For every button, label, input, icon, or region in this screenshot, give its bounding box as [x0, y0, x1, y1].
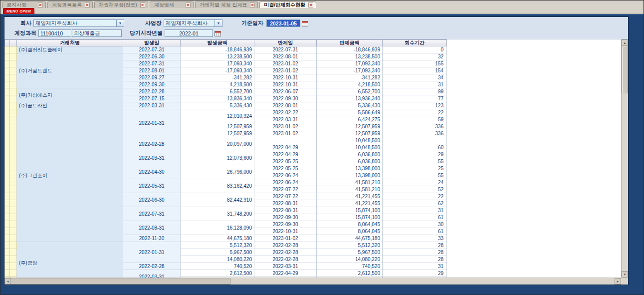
row-selector[interactable] — [10, 95, 17, 102]
cell-occur-amount[interactable]: 26,796,000 — [181, 165, 254, 179]
cell-settle-date[interactable]: 2022-03-31 — [254, 116, 317, 123]
cell-occur-date[interactable]: 2022-03-31 — [123, 151, 181, 165]
row-selector[interactable] — [10, 130, 17, 137]
cell-settle-date[interactable]: 2022-08-31 — [254, 207, 317, 214]
cell-occur-amount[interactable]: 82,442,910 — [181, 193, 254, 207]
cell-settle-amount[interactable]: 5,586,649 — [317, 109, 383, 116]
cell-settle-amount[interactable]: 5,512,320 — [317, 242, 383, 249]
cell-occur-amount[interactable]: -341,282 — [181, 74, 254, 81]
cell-settle-date[interactable]: 2022-07-31 — [254, 46, 317, 53]
row-selector[interactable] — [5, 256, 10, 263]
cell-settle-date[interactable]: 2023-01-02 — [254, 235, 317, 242]
cell-period[interactable]: 155 — [383, 60, 447, 67]
row-selector[interactable] — [10, 116, 17, 123]
cell-settle-amount[interactable]: 5,336,430 — [317, 102, 383, 109]
tab-account-registry[interactable]: 계정과목등록× — [47, 1, 93, 8]
cell-settle-amount[interactable]: 13,936,340 — [317, 95, 383, 102]
site-select[interactable]: 제일제지주식회사 ▼ — [164, 19, 222, 27]
cell-occur-amount[interactable]: 4,218,500 — [181, 81, 254, 88]
cell-period[interactable]: 28 — [383, 256, 447, 263]
row-selector[interactable] — [10, 263, 17, 270]
row-selector[interactable] — [10, 214, 17, 221]
cell-occur-amount[interactable]: 44,675,180 — [181, 235, 254, 242]
cell-settle-date[interactable]: 2022-09-30 — [254, 214, 317, 221]
row-selector[interactable] — [5, 228, 10, 235]
cell-settle-amount[interactable]: 8,064,045 — [317, 228, 383, 235]
cell-period[interactable]: 29 — [383, 270, 447, 277]
cell-period[interactable]: 22 — [383, 109, 447, 116]
row-selector[interactable] — [5, 109, 10, 116]
tab-close-icon[interactable]: × — [250, 2, 255, 7]
row-selector[interactable] — [5, 123, 10, 130]
cell-settle-amount[interactable]: 41,221,455 — [317, 193, 383, 200]
cell-period[interactable]: 55 — [383, 158, 447, 165]
row-selector[interactable] — [5, 214, 10, 221]
cell-occur-date[interactable]: 2022-02-28 — [123, 137, 181, 151]
row-selector[interactable] — [10, 172, 17, 179]
cell-period[interactable]: 28 — [383, 249, 447, 256]
vertical-scroll-thumb[interactable] — [622, 46, 628, 93]
cell-settle-date[interactable]: 2022-08-31 — [254, 200, 317, 207]
row-selector[interactable] — [10, 88, 17, 95]
row-selector[interactable] — [5, 249, 10, 256]
row-selector[interactable] — [5, 270, 10, 277]
cell-occur-amount[interactable]: 5,512,320 — [181, 242, 254, 249]
cell-settle-amount[interactable]: 740,520 — [317, 263, 383, 270]
chevron-down-icon[interactable]: ▼ — [116, 20, 124, 26]
cell-settle-amount[interactable]: 10,048,500 — [317, 144, 383, 151]
cell-settle-date[interactable]: 2023-01-02 — [254, 67, 317, 74]
cell-period[interactable]: 25 — [383, 165, 447, 172]
row-selector[interactable] — [10, 228, 17, 235]
cell-settle-amount[interactable]: 14,080,220 — [317, 256, 383, 263]
cell-period[interactable]: 24 — [383, 179, 447, 186]
cell-period[interactable]: 99 — [383, 88, 447, 95]
row-selector[interactable] — [5, 102, 10, 109]
row-selector[interactable] — [5, 179, 10, 186]
cell-occur-amount[interactable]: -17,093,340 — [181, 67, 254, 74]
tab-settlement-status[interactable]: 미결/반제회수현황× — [259, 1, 316, 8]
cell-occur-amount[interactable]: 5,336,430 — [181, 102, 254, 109]
cell-settle-date[interactable]: 2022-02-22 — [254, 109, 317, 116]
cell-customer[interactable]: (주)갤러리드슬레이 — [17, 46, 123, 53]
tab-account-statement[interactable]: 계정명세× — [150, 1, 194, 8]
scroll-up-icon[interactable]: ▲ — [622, 39, 628, 46]
row-selector[interactable] — [5, 151, 10, 158]
cell-period[interactable]: 31 — [383, 207, 447, 214]
cell-settle-amount[interactable]: 10,048,500 — [317, 137, 383, 144]
cell-settle-amount[interactable]: 6,036,800 — [317, 158, 383, 165]
cell-settle-amount[interactable]: 2,612,500 — [317, 270, 383, 277]
cell-period[interactable]: 22 — [383, 193, 447, 200]
tab-close-icon[interactable]: × — [85, 2, 90, 7]
row-selector[interactable] — [10, 102, 17, 109]
cell-settle-amount[interactable]: 13,398,000 — [317, 165, 383, 172]
cell-settle-amount[interactable]: 4,218,500 — [317, 81, 383, 88]
cell-occur-amount[interactable]: 14,080,220 — [181, 256, 254, 263]
row-selector[interactable] — [10, 221, 17, 228]
row-selector[interactable] — [10, 67, 17, 74]
row-selector[interactable] — [5, 207, 10, 214]
row-selector[interactable] — [10, 193, 17, 200]
row-selector[interactable] — [10, 200, 17, 207]
cell-period[interactable]: 62 — [383, 200, 447, 207]
cell-occur-date[interactable]: 2022-03-31 — [123, 102, 181, 109]
cell-occur-amount[interactable]: 5,967,500 — [181, 249, 254, 256]
row-selector[interactable] — [5, 263, 10, 270]
cell-period[interactable]: 31 — [383, 81, 447, 88]
cell-period[interactable]: 154 — [383, 67, 447, 74]
company-select[interactable]: 제일제지주식회사 ▼ — [33, 19, 124, 27]
row-selector[interactable] — [5, 200, 10, 207]
cell-period[interactable]: 0 — [383, 46, 447, 53]
cell-occur-date[interactable]: 2022-01-31 — [123, 242, 181, 263]
cell-occur-date[interactable]: 2022-07-31 — [123, 207, 181, 221]
cell-customer[interactable]: (주)금담 — [17, 242, 123, 278]
cell-period[interactable] — [383, 137, 447, 144]
cell-occur-amount[interactable]: -12,507,959 — [181, 123, 254, 130]
cell-settle-amount[interactable]: 44,675,180 — [317, 235, 383, 242]
cell-period[interactable]: 60 — [383, 144, 447, 151]
row-selector[interactable] — [10, 186, 17, 193]
cell-settle-date[interactable]: 2022-09-30 — [254, 221, 317, 228]
row-selector[interactable] — [10, 60, 17, 67]
cell-settle-amount[interactable]: 6,424,275 — [317, 116, 383, 123]
cell-period[interactable]: 61 — [383, 228, 447, 235]
row-selector[interactable] — [5, 158, 10, 165]
